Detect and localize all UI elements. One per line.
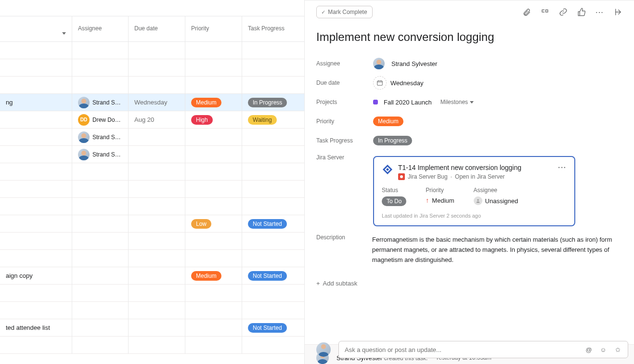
task-name-cell[interactable] bbox=[0, 77, 72, 93]
link-icon[interactable] bbox=[559, 8, 568, 16]
due-cell[interactable] bbox=[129, 163, 185, 180]
assignee-cell[interactable] bbox=[72, 181, 129, 197]
progress-cell[interactable] bbox=[242, 59, 304, 76]
table-row[interactable] bbox=[0, 163, 304, 181]
assignee-cell[interactable] bbox=[72, 77, 129, 93]
task-name-cell[interactable] bbox=[0, 250, 72, 267]
progress-cell[interactable]: Waiting bbox=[242, 111, 304, 128]
emoji-icon[interactable]: ☺ bbox=[599, 345, 608, 354]
progress-cell[interactable] bbox=[242, 250, 304, 267]
column-progress[interactable]: Task Progress bbox=[242, 16, 304, 41]
table-row[interactable] bbox=[0, 59, 304, 77]
assignee-cell[interactable] bbox=[72, 337, 129, 353]
attachment-icon[interactable] bbox=[522, 8, 531, 16]
due-cell[interactable] bbox=[129, 198, 185, 215]
priority-cell[interactable] bbox=[185, 285, 242, 301]
progress-cell[interactable]: Not Started bbox=[242, 267, 304, 284]
task-name-cell[interactable] bbox=[0, 233, 72, 249]
progress-cell[interactable] bbox=[242, 181, 304, 197]
due-cell[interactable] bbox=[129, 285, 185, 301]
due-cell[interactable] bbox=[129, 319, 185, 336]
due-cell[interactable] bbox=[129, 59, 185, 76]
assignee-cell[interactable] bbox=[72, 267, 129, 284]
table-row[interactable]: Strand Sylv... bbox=[0, 129, 304, 146]
progress-cell[interactable]: Not Started bbox=[242, 319, 304, 336]
progress-cell[interactable]: Not Started bbox=[242, 215, 304, 232]
due-cell[interactable] bbox=[129, 129, 185, 145]
priority-cell[interactable] bbox=[185, 42, 242, 59]
jira-card[interactable]: T1-14 Implement new conversion logging J… bbox=[373, 156, 575, 226]
task-name-cell[interactable]: ted attendee list bbox=[0, 319, 72, 336]
table-row[interactable] bbox=[0, 285, 304, 302]
due-cell[interactable]: Aug 20 bbox=[129, 111, 185, 128]
assignee-cell[interactable]: DDDrew Domai... bbox=[72, 111, 129, 128]
due-cell[interactable] bbox=[129, 42, 185, 59]
due-cell[interactable] bbox=[129, 233, 185, 249]
due-cell[interactable] bbox=[129, 215, 185, 232]
assignee-cell[interactable] bbox=[72, 285, 129, 301]
milestones-dropdown[interactable]: Milestones bbox=[440, 99, 474, 105]
assignee-cell[interactable]: Strand Sylv... bbox=[72, 94, 129, 111]
due-cell[interactable] bbox=[129, 337, 185, 353]
assignee-cell[interactable] bbox=[72, 319, 129, 336]
task-name-cell[interactable]: ng bbox=[0, 94, 72, 111]
task-name-cell[interactable] bbox=[0, 181, 72, 197]
subtask-icon[interactable] bbox=[541, 8, 549, 16]
progress-cell[interactable] bbox=[242, 285, 304, 301]
thumbs-up-icon[interactable] bbox=[577, 8, 586, 16]
description-text[interactable]: Ferromagnetism is the basic mechanism by… bbox=[372, 235, 622, 265]
due-cell[interactable] bbox=[129, 250, 185, 267]
assignee-value[interactable]: Strand Sylvester bbox=[373, 58, 437, 69]
task-title[interactable]: Implement new conversion logging bbox=[316, 29, 622, 44]
task-name-cell[interactable] bbox=[0, 163, 72, 180]
column-task-name[interactable] bbox=[0, 16, 72, 41]
table-row[interactable]: DDDrew Domai...Aug 20HighWaiting bbox=[0, 111, 304, 129]
table-row[interactable] bbox=[0, 302, 304, 319]
progress-cell[interactable]: In Progress bbox=[242, 94, 304, 111]
priority-cell[interactable] bbox=[185, 146, 242, 163]
assignee-cell[interactable] bbox=[72, 250, 129, 267]
assignee-cell[interactable] bbox=[72, 198, 129, 215]
task-name-cell[interactable] bbox=[0, 198, 72, 215]
project-name[interactable]: Fall 2020 Launch bbox=[384, 99, 432, 106]
due-cell[interactable]: Wednesday bbox=[129, 94, 185, 111]
jira-open-link[interactable]: Open in Jira Server bbox=[455, 173, 505, 180]
comment-input-wrapper[interactable]: @ ☺ ✩ bbox=[338, 341, 628, 358]
add-subtask-button[interactable]: + Add subtask bbox=[316, 280, 622, 287]
mark-complete-button[interactable]: ✓ Mark Complete bbox=[316, 6, 373, 18]
table-row[interactable]: Strand Sylv... bbox=[0, 146, 304, 163]
more-icon[interactable]: ··· bbox=[595, 8, 604, 16]
due-cell[interactable] bbox=[129, 146, 185, 163]
column-priority[interactable]: Priority bbox=[185, 16, 242, 41]
progress-cell[interactable] bbox=[242, 77, 304, 93]
column-assignee[interactable]: Assignee bbox=[72, 16, 129, 41]
priority-cell[interactable] bbox=[185, 250, 242, 267]
assignee-cell[interactable] bbox=[72, 42, 129, 59]
progress-cell[interactable] bbox=[242, 198, 304, 215]
priority-cell[interactable] bbox=[185, 233, 242, 249]
priority-cell[interactable] bbox=[185, 302, 242, 319]
table-row[interactable]: ngStrand Sylv...WednesdayMediumIn Progre… bbox=[0, 94, 304, 111]
priority-cell[interactable]: Low bbox=[185, 215, 242, 232]
progress-cell[interactable] bbox=[242, 146, 304, 163]
priority-cell[interactable]: Medium bbox=[185, 94, 242, 111]
priority-cell[interactable] bbox=[185, 319, 242, 336]
table-row[interactable] bbox=[0, 181, 304, 198]
priority-cell[interactable] bbox=[185, 181, 242, 197]
due-cell[interactable] bbox=[129, 77, 185, 93]
task-name-cell[interactable] bbox=[0, 146, 72, 163]
column-due-date[interactable]: Due date bbox=[129, 16, 185, 41]
assignee-cell[interactable]: Strand Sylv... bbox=[72, 146, 129, 163]
due-cell[interactable] bbox=[129, 267, 185, 284]
due-cell[interactable] bbox=[129, 181, 185, 197]
task-name-cell[interactable] bbox=[0, 337, 72, 353]
priority-cell[interactable] bbox=[185, 129, 242, 145]
table-row[interactable] bbox=[0, 198, 304, 215]
progress-cell[interactable] bbox=[242, 302, 304, 319]
task-name-cell[interactable] bbox=[0, 215, 72, 232]
table-row[interactable]: aign copyMediumNot Started bbox=[0, 267, 304, 285]
table-row[interactable] bbox=[0, 233, 304, 250]
progress-cell[interactable] bbox=[242, 42, 304, 59]
jira-more-icon[interactable]: ··· bbox=[558, 164, 567, 171]
mention-icon[interactable]: @ bbox=[584, 345, 593, 354]
